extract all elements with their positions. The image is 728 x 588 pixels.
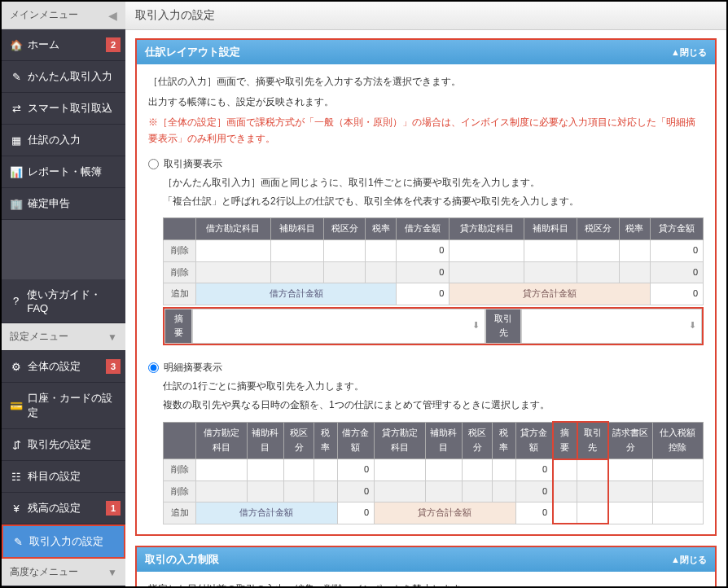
nav-label: 取引入力の設定 bbox=[29, 534, 103, 549]
nav-label: 科目の設定 bbox=[28, 469, 81, 484]
cell: 0 bbox=[397, 283, 450, 305]
row-add[interactable]: 追加 bbox=[164, 502, 196, 524]
cell: 0 bbox=[650, 261, 703, 283]
content: 仕訳レイアウト設定 ▲閉じる ［仕訳の入力］画面で、摘要や取引先を入力する方法を… bbox=[125, 30, 726, 586]
row-delete[interactable]: 削除 bbox=[164, 480, 196, 502]
input-restriction-panel: 取引の入力制限 ▲閉じる 指定した日付以前の取引の入力、編集、削除、インポートを… bbox=[135, 546, 717, 586]
th: 仕入税額控除 bbox=[652, 422, 704, 459]
nav-reports[interactable]: 📊 レポート・帳簿 bbox=[2, 156, 125, 188]
row-delete[interactable]: 削除 bbox=[164, 459, 196, 481]
th: 貸方金額 bbox=[515, 422, 553, 459]
nav-subject-settings[interactable]: ☷ 科目の設定 bbox=[2, 461, 125, 493]
page-title: 取引入力の設定 bbox=[125, 2, 726, 30]
radio-label: 明細摘要表示 bbox=[164, 360, 222, 375]
nav-label: 残高の設定 bbox=[28, 501, 81, 516]
yen-icon: ¥ bbox=[10, 502, 23, 515]
row-delete[interactable]: 削除 bbox=[164, 261, 196, 283]
settings-section-header[interactable]: 設定メニュー ▼ bbox=[2, 323, 125, 351]
step-badge-3: 3 bbox=[106, 359, 121, 374]
th: 補助科目 bbox=[247, 422, 284, 459]
main: 取引入力の設定 仕訳レイアウト設定 ▲閉じる ［仕訳の入力］画面で、摘要や取引先… bbox=[125, 2, 726, 586]
th: 税率 bbox=[366, 218, 397, 240]
restriction-desc: 指定した日付以前の取引の入力、編集、削除、インポートを禁止します。 bbox=[148, 581, 704, 586]
nav-tax-return[interactable]: 🏢 確定申告 bbox=[2, 188, 125, 220]
radio-input[interactable] bbox=[148, 362, 159, 373]
nav-balance-settings[interactable]: ¥ 残高の設定 1 bbox=[2, 493, 125, 524]
summary-row: 摘要 ⬇ 取引先 ⬇ bbox=[163, 307, 704, 345]
nav-label: ホーム bbox=[28, 37, 59, 52]
note: ［仕訳の入力］画面で、摘要や取引先を入力する方法を選択できます。 bbox=[148, 74, 704, 90]
radio-input[interactable] bbox=[148, 159, 159, 169]
advanced-section-header[interactable]: 高度なメニュー ▼ bbox=[2, 559, 125, 586]
nav-journal-input[interactable]: ▦ 仕訳の入力 bbox=[2, 125, 125, 156]
row-delete[interactable]: 削除 bbox=[164, 239, 196, 261]
summary-input[interactable]: ⬇ bbox=[192, 309, 485, 344]
opt1-desc: 「複合仕訳」と呼ばれる2行以上の仕訳でも、取引全体を代表する摘要や取引先を入力し… bbox=[163, 194, 704, 209]
nav-label: 口座・カードの設定 bbox=[28, 391, 117, 420]
dropdown-icon: ⬇ bbox=[689, 318, 696, 333]
nav-input-settings[interactable]: ✎ 取引入力の設定 bbox=[2, 524, 125, 559]
nav-global-settings[interactable]: ⚙ 全体の設定 3 bbox=[2, 351, 125, 383]
nav-faq[interactable]: ? 使い方ガイド・FAQ bbox=[2, 279, 125, 323]
nav-home[interactable]: 🏠 ホーム 2 bbox=[2, 29, 125, 61]
cell: 0 bbox=[650, 239, 703, 261]
th: 税区分 bbox=[577, 218, 620, 240]
grid-icon: ▦ bbox=[10, 134, 23, 147]
th: 税率 bbox=[314, 422, 338, 459]
pencil-icon: ✎ bbox=[10, 71, 23, 83]
nav-account-settings[interactable]: 💳 口座・カードの設定 bbox=[2, 383, 125, 429]
nav-label: 仕訳の入力 bbox=[28, 133, 81, 147]
panel-title: 取引の入力制限 bbox=[145, 552, 219, 567]
nav-label: レポート・帳簿 bbox=[28, 165, 102, 179]
collapse-icon[interactable]: ◀ bbox=[108, 9, 117, 22]
th: 税区分 bbox=[284, 422, 314, 459]
opt2-desc: 仕訳の1行ごとに摘要や取引先を入力します。 bbox=[163, 379, 704, 394]
help-icon: ? bbox=[10, 295, 22, 307]
th: 補助科目 bbox=[270, 218, 323, 240]
step-badge-2: 2 bbox=[106, 37, 121, 52]
th: 税区分 bbox=[323, 218, 366, 240]
panel-title: 仕訳レイアウト設定 bbox=[145, 45, 240, 59]
nav-label: 確定申告 bbox=[28, 196, 70, 211]
chevron-down-icon: ▼ bbox=[107, 567, 117, 578]
opt2-desc: 複数の取引先や異なる日時の金額を、1つの仕訳にまとめて管理するときに選択します。 bbox=[163, 397, 704, 413]
section-label: 高度なメニュー bbox=[10, 565, 78, 579]
row-add[interactable]: 追加 bbox=[164, 283, 196, 305]
panel-close[interactable]: ▲閉じる bbox=[671, 554, 707, 566]
cell: 0 bbox=[650, 283, 703, 305]
radio-detail-summary[interactable]: 明細摘要表示 bbox=[148, 360, 704, 375]
chevron-down-icon: ▼ bbox=[107, 331, 117, 343]
cell: 0 bbox=[397, 239, 450, 261]
swap-icon: ⇵ bbox=[10, 439, 23, 451]
nav-easy-input[interactable]: ✎ かんたん取引入力 bbox=[2, 61, 125, 93]
sum-credit-label: 貸方合計金額 bbox=[450, 283, 650, 305]
section-label: 設定メニュー bbox=[10, 330, 68, 344]
th-summary: 摘要 bbox=[553, 422, 577, 459]
radio-label: 取引摘要表示 bbox=[164, 156, 222, 172]
panel-close[interactable]: ▲閉じる bbox=[671, 46, 707, 59]
sidebar: メインメニュー ◀ 🏠 ホーム 2 ✎ かんたん取引入力 ⇄ スマート取引取込 … bbox=[2, 2, 125, 586]
nav-label: スマート取引取込 bbox=[28, 101, 112, 116]
sidebar-title: メインメニュー bbox=[10, 8, 78, 22]
step-badge-1: 1 bbox=[106, 501, 121, 516]
panel-header: 仕訳レイアウト設定 ▲閉じる bbox=[137, 40, 715, 64]
dropdown-icon: ⬇ bbox=[472, 318, 480, 333]
nav-partner-settings[interactable]: ⇵ 取引先の設定 bbox=[2, 429, 125, 461]
nav-label: 全体の設定 bbox=[28, 359, 81, 374]
sum-debit-label: 借方合計金額 bbox=[196, 283, 397, 305]
th: 税率 bbox=[493, 422, 516, 459]
nav-label: 取引先の設定 bbox=[28, 437, 91, 452]
card-icon: 💳 bbox=[10, 400, 23, 412]
gear-icon: ⚙ bbox=[10, 361, 23, 373]
th: 請求書区分 bbox=[608, 422, 653, 459]
th: 貸方勘定科目 bbox=[375, 422, 426, 459]
nav-smart-import[interactable]: ⇄ スマート取引取込 bbox=[2, 93, 125, 125]
th-partner: 取引先 bbox=[577, 422, 608, 459]
list-icon: ☷ bbox=[10, 471, 23, 483]
th: 借方金額 bbox=[337, 422, 375, 459]
pencil-icon: ✎ bbox=[11, 536, 24, 548]
partner-input[interactable]: ⬇ bbox=[521, 309, 702, 344]
note: 出力する帳簿にも、設定が反映されます。 bbox=[148, 94, 704, 110]
import-icon: ⇄ bbox=[10, 103, 23, 115]
radio-transaction-summary[interactable]: 取引摘要表示 bbox=[148, 156, 704, 172]
